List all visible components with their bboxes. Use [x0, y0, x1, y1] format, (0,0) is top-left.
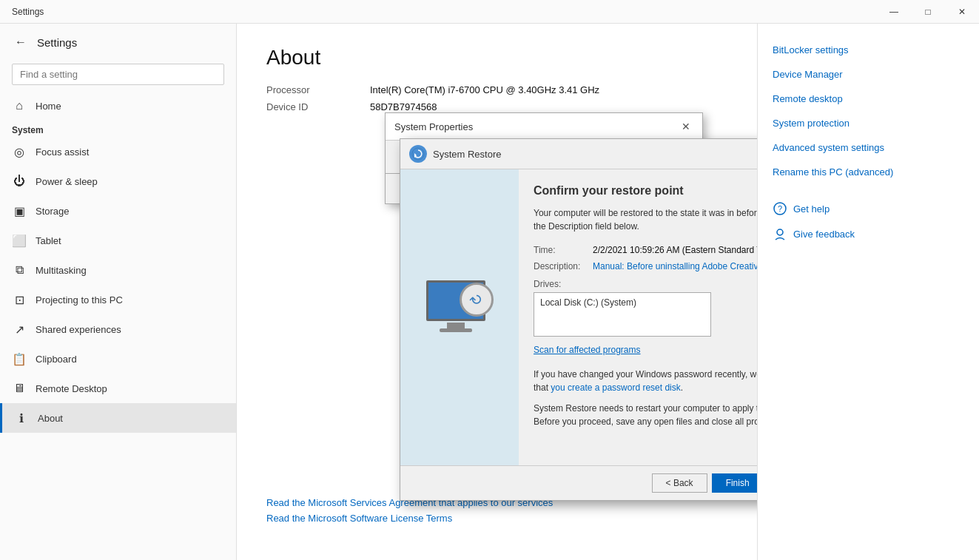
license-terms-link[interactable]: Read the Microsoft Software License Term…	[266, 513, 727, 524]
sidebar-section-system: System	[0, 121, 236, 137]
sidebar-item-power-sleep[interactable]: ⏻ Power & sleep	[0, 166, 236, 196]
projecting-icon: ⊡	[12, 292, 27, 307]
clipboard-icon: 📋	[12, 351, 27, 366]
processor-value: Intel(R) Core(TM) i7-6700 CPU @ 3.40GHz …	[370, 84, 599, 95]
restore-warning-2: System Restore needs to restart your com…	[534, 402, 757, 428]
svg-point-4	[777, 229, 783, 235]
restore-dialog-title: System Restore	[433, 149, 501, 160]
back-button[interactable]: < Back	[652, 473, 707, 493]
sidebar-item-multitasking[interactable]: ⧉ Multitasking	[0, 255, 236, 285]
restore-left-panel: ↻	[400, 169, 519, 465]
time-label: Time:	[534, 245, 593, 255]
right-panel: BitLocker settings Device Manager Remote…	[757, 24, 979, 560]
restore-icon	[409, 145, 427, 163]
home-icon: ⌂	[12, 98, 27, 113]
description-label: Description:	[534, 261, 593, 271]
system-protection-link[interactable]: System protection	[773, 112, 964, 135]
sidebar-item-label: Projecting to this PC	[36, 294, 123, 306]
rename-pc-link[interactable]: Rename this PC (advanced)	[773, 161, 964, 183]
sidebar-item-label: Power & sleep	[36, 176, 98, 187]
system-restore-dialog: System Restore ✕	[400, 138, 757, 501]
device-id-label: Device ID	[266, 101, 370, 112]
get-help-item[interactable]: ? Get help	[773, 197, 964, 220]
remote-desktop-link[interactable]: Remote desktop	[773, 87, 964, 110]
remote-desktop-icon: 🖥	[12, 381, 27, 396]
give-feedback-item[interactable]: Give feedback	[773, 222, 964, 246]
sidebar: ← Settings ⌂ Home System ◎ Focus assist …	[0, 24, 237, 560]
main-content: About Processor Intel(R) Core(TM) i7-670…	[237, 24, 757, 560]
restore-heading: Confirm your restore point	[534, 184, 757, 198]
time-value: 2/2/2021 10:59:26 AM (Eastern Standard T…	[593, 245, 757, 255]
back-button[interactable]: ←	[12, 33, 30, 52]
maximize-button[interactable]: □	[911, 0, 945, 24]
bitlocker-link[interactable]: BitLocker settings	[773, 38, 964, 61]
advanced-system-link[interactable]: Advanced system settings	[773, 136, 964, 159]
restore-right-panel: Confirm your restore point Your computer…	[519, 169, 757, 465]
give-feedback-icon	[773, 226, 787, 241]
sidebar-item-label: Shared experiences	[36, 324, 121, 335]
finish-button[interactable]: Finish	[712, 473, 757, 493]
drives-box: Local Disk (C:) (System)	[534, 292, 711, 337]
multitasking-icon: ⧉	[12, 263, 27, 277]
restore-description: Your computer will be restored to the st…	[534, 206, 757, 233]
sidebar-item-focus-assist[interactable]: ◎ Focus assist	[0, 137, 236, 166]
minimize-button[interactable]: —	[877, 0, 911, 24]
drives-label: Drives:	[534, 279, 757, 289]
sidebar-item-remote-desktop[interactable]: 🖥 Remote Desktop	[0, 374, 236, 403]
sidebar-item-label: Multitasking	[36, 265, 87, 276]
get-help-label: Get help	[793, 203, 830, 215]
scan-link[interactable]: Scan for affected programs	[534, 345, 641, 355]
close-button[interactable]: ✕	[945, 0, 979, 24]
tablet-icon: ⬜	[12, 233, 27, 248]
sidebar-item-about[interactable]: ℹ About	[0, 403, 236, 433]
get-help-icon: ?	[773, 201, 787, 216]
restore-warning-1: If you have changed your Windows passwor…	[534, 368, 757, 394]
give-feedback-label: Give feedback	[793, 229, 855, 240]
sidebar-title: Settings	[37, 36, 77, 49]
sidebar-item-home[interactable]: ⌂ Home	[0, 91, 236, 121]
sidebar-item-label: About	[38, 413, 63, 424]
drives-value: Local Disk (C:) (System)	[540, 297, 636, 308]
about-icon: ℹ	[14, 411, 29, 425]
page-title: About	[266, 46, 727, 70]
shared-icon: ↗	[12, 322, 27, 337]
help-section: ? Get help Give feedback	[773, 197, 964, 246]
sys-props-title: System Properties	[394, 121, 473, 132]
sidebar-item-storage[interactable]: ▣ Storage	[0, 196, 236, 226]
device-manager-link[interactable]: Device Manager	[773, 63, 964, 86]
restore-footer: < Back Finish Cancel	[400, 465, 757, 500]
sidebar-item-label: Clipboard	[36, 354, 77, 365]
storage-icon: ▣	[12, 203, 27, 218]
sidebar-item-label: Tablet	[36, 235, 61, 246]
sidebar-item-label: Storage	[36, 206, 70, 217]
svg-text:?: ?	[778, 204, 782, 213]
sidebar-item-label: Home	[36, 101, 61, 112]
sidebar-item-clipboard[interactable]: 📋 Clipboard	[0, 344, 236, 374]
search-input[interactable]	[12, 64, 224, 85]
sidebar-item-shared-experiences[interactable]: ↗ Shared experiences	[0, 314, 236, 344]
processor-label: Processor	[266, 84, 370, 95]
sidebar-item-projecting[interactable]: ⊡ Projecting to this PC	[0, 285, 236, 314]
app-title: Settings	[0, 7, 44, 17]
power-icon: ⏻	[12, 174, 27, 189]
sidebar-item-label: Remote Desktop	[36, 383, 107, 394]
sidebar-item-label: Focus assist	[36, 146, 89, 158]
sidebar-item-tablet[interactable]: ⬜ Tablet	[0, 226, 236, 255]
focus-assist-icon: ◎	[12, 144, 27, 159]
description-value: Manual: Before uninstalling Adobe Creati…	[593, 261, 757, 271]
sys-props-close-button[interactable]: ✕	[679, 119, 693, 134]
device-id-value: 58D7B7974568	[370, 101, 437, 112]
